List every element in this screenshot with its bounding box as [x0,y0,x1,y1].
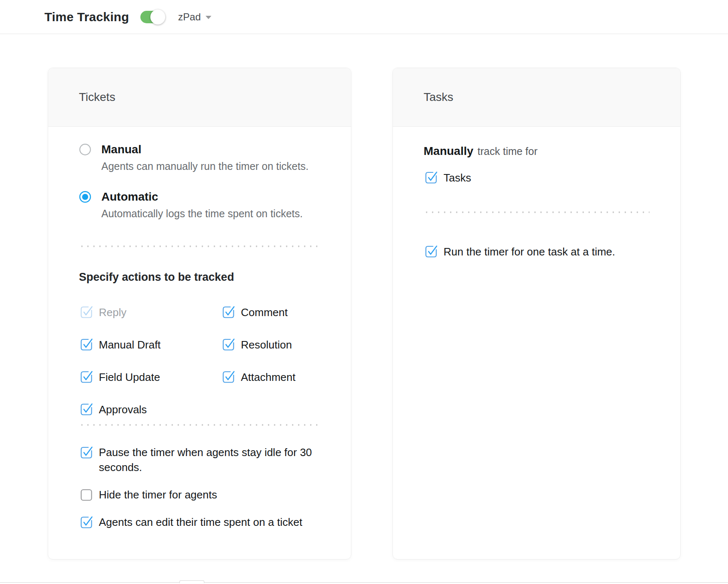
checkbox-icon [79,515,93,530]
checkbox-label: Field Update [99,370,160,384]
checkbox-icon [79,402,93,417]
radio-option-description: Agents can manually run the timer on tic… [101,160,309,172]
checkbox-label: Reply [99,305,126,319]
checkbox-label: Approvals [99,402,147,417]
radio-option-text: Automatic Automatically logs the time sp… [101,190,303,220]
checkbox-label: Pause the timer when agents stay idle fo… [99,445,315,475]
checkbox-icon [424,170,438,185]
below-fold-card-edge [179,580,204,583]
radio-icon [79,191,91,203]
department-selector[interactable]: zPad [178,11,211,23]
page-bottom-divider [0,582,728,583]
checkbox-label: Attachment [241,370,296,384]
manually-track-heading-bold: Manually [424,145,473,157]
checkbox-icon [79,337,93,352]
tickets-card: Tickets Manual Agents can manually run t… [48,68,351,559]
action-checkbox-manual-draft[interactable]: Manual Draft [79,337,221,369]
action-checkbox-approvals[interactable]: Approvals [79,402,221,417]
radio-option-text: Manual Agents can manually run the timer… [101,142,309,172]
checkbox-icon [79,487,93,502]
option-checkbox-pause-the-timer-when-agents-stay-i[interactable]: Pause the timer when agents stay idle fo… [79,445,320,475]
tickets-card-header: Tickets [48,68,351,127]
tickets-card-body: Manual Agents can manually run the timer… [48,142,351,530]
radio-icon [79,143,91,156]
checkbox-label: Tasks [444,171,471,185]
action-checkbox-attachment[interactable]: Attachment [221,369,320,402]
tasks-track-list: Tasks [424,170,650,185]
checkbox-icon [79,445,93,460]
checkbox-icon [221,304,235,319]
actions-checkbox-grid: ReplyManual DraftField UpdateApprovalsCo… [79,304,320,417]
manually-track-heading: Manuallytrack time for [424,144,650,158]
action-checkbox-reply: Reply [79,304,221,337]
radio-option-automatic[interactable]: Automatic Automatically logs the time sp… [79,190,320,220]
track-checkbox-tasks[interactable]: Tasks [424,170,650,185]
checkbox-label: Agents can edit their time spent on a ti… [99,515,302,530]
checkbox-icon [79,304,93,319]
option-checkbox-hide-the-timer-for-agents[interactable]: Hide the timer for agents [79,487,320,502]
tasks-card-title: Tasks [424,91,453,104]
toggle-knob [150,10,165,25]
action-checkbox-comment[interactable]: Comment [221,304,320,337]
topbar: Time Tracking zPad [0,0,728,34]
actions-heading: Specify actions to be tracked [79,270,320,284]
dotted-divider [79,424,320,426]
action-checkbox-field-update[interactable]: Field Update [79,369,221,402]
checkbox-label: Hide the timer for agents [99,487,217,502]
checkbox-label: Run the timer for one task at a time. [444,245,615,259]
checkbox-label: Comment [241,305,288,319]
checkbox-icon [424,244,438,259]
radio-option-description: Automatically logs the time spent on tic… [101,207,303,220]
radio-option-manual[interactable]: Manual Agents can manually run the timer… [79,142,320,172]
checkbox-icon [221,337,235,352]
tickets-card-title: Tickets [79,91,115,104]
checkbox-label: Manual Draft [99,338,161,352]
manually-track-heading-rest: track time for [478,145,537,157]
tasks-options: Run the timer for one task at a time. [424,244,650,259]
tasks-card-header: Tasks [393,68,680,127]
tasks-card-body: Manuallytrack time for Tasks Run the tim… [393,144,680,259]
option-checkbox-run-the-timer-for-one-task-at-a-ti[interactable]: Run the timer for one task at a time. [424,244,650,259]
tickets-options: Pause the timer when agents stay idle fo… [79,445,320,530]
action-checkbox-resolution[interactable]: Resolution [221,337,320,369]
radio-option-label: Manual [101,142,309,157]
radio-option-label: Automatic [101,190,303,204]
option-checkbox-agents-can-edit-their-time-spent-o[interactable]: Agents can edit their time spent on a ti… [79,515,320,530]
time-tracking-toggle[interactable] [140,11,164,23]
chevron-down-icon [206,16,211,19]
dotted-divider [79,245,320,247]
checkbox-icon [221,369,235,384]
department-label: zPad [178,11,201,23]
tasks-card: Tasks Manuallytrack time for Tasks Run t… [392,68,681,559]
checkbox-label: Resolution [241,338,292,352]
checkbox-icon [79,369,93,384]
page-title: Time Tracking [44,10,129,24]
dotted-divider [424,211,650,213]
